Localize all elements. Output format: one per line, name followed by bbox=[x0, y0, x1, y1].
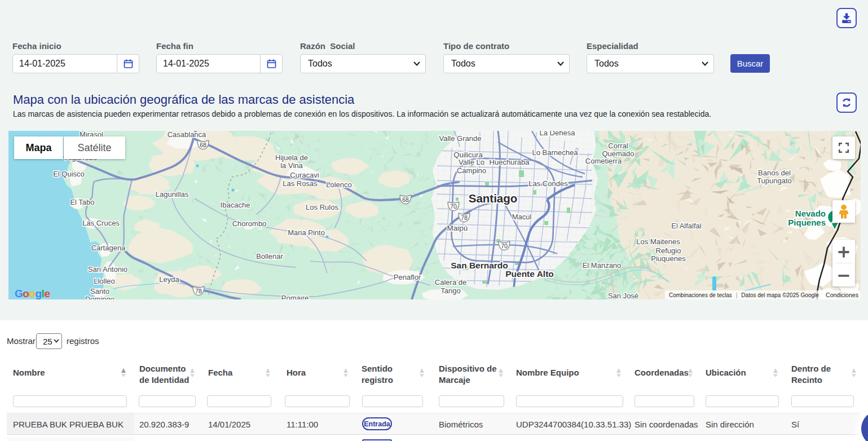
svg-text:Lagunillas: Lagunillas bbox=[156, 190, 189, 199]
svg-text:Bollenar: Bollenar bbox=[256, 252, 283, 261]
svg-text:70: 70 bbox=[501, 242, 508, 249]
svg-text:Lolenco: Lolenco bbox=[326, 180, 352, 189]
svg-text:68: 68 bbox=[402, 196, 409, 203]
svg-text:Casablanca: Casablanca bbox=[168, 131, 206, 139]
svg-text:Tupungato: Tupungato bbox=[757, 177, 792, 185]
svg-text:Nevado: Nevado bbox=[795, 209, 826, 218]
svg-text:Campino: Campino bbox=[457, 166, 486, 175]
svg-text:Santiago: Santiago bbox=[469, 192, 518, 205]
svg-text:Penaflor: Penaflor bbox=[394, 273, 421, 281]
svg-text:78: 78 bbox=[195, 288, 202, 294]
svg-text:San José: San José bbox=[608, 292, 638, 299]
svg-text:Macul: Macul bbox=[512, 213, 532, 221]
svg-text:Los Rulos: Los Rulos bbox=[306, 203, 338, 211]
svg-text:Las Cruces: Las Cruces bbox=[82, 219, 120, 227]
svg-text:Calera de: Calera de bbox=[435, 278, 466, 286]
svg-text:El Quisco: El Quisco bbox=[53, 170, 85, 178]
svg-text:la Vina: la Vina bbox=[280, 161, 303, 170]
svg-text:Cartagena: Cartagena bbox=[91, 244, 126, 252]
svg-text:Huechuraba: Huechuraba bbox=[490, 158, 530, 166]
svg-text:El Tabo: El Tabo bbox=[70, 198, 94, 206]
svg-text:Lo Barnechea: Lo Barnechea bbox=[532, 148, 579, 157]
svg-text:Piquenes: Piquenes bbox=[788, 218, 826, 227]
svg-text:Las Condes: Las Condes bbox=[528, 179, 568, 188]
svg-text:El Manzano: El Manzano bbox=[583, 261, 622, 270]
svg-text:El Alfalfal: El Alfalfal bbox=[671, 222, 702, 230]
svg-text:Maria Pinto: Maria Pinto bbox=[288, 228, 325, 237]
svg-text:Domingo: Domingo bbox=[85, 295, 114, 299]
svg-text:Pomaire: Pomaire bbox=[281, 294, 309, 299]
svg-text:Banos del: Banos del bbox=[758, 169, 791, 177]
svg-text:Puente Alto: Puente Alto bbox=[505, 269, 554, 279]
svg-text:Chorombo: Chorombo bbox=[232, 219, 267, 228]
svg-text:Curacavi: Curacavi bbox=[290, 171, 319, 179]
svg-text:68: 68 bbox=[200, 142, 206, 148]
svg-text:Los Maitenes: Los Maitenes bbox=[636, 237, 680, 246]
svg-text:Maipú: Maipú bbox=[447, 224, 468, 232]
svg-text:70: 70 bbox=[450, 203, 457, 210]
svg-text:Santo: Santo bbox=[90, 287, 109, 296]
svg-text:Llolleo: Llolleo bbox=[94, 277, 115, 285]
svg-text:Tango: Tango bbox=[440, 286, 460, 295]
svg-text:Las Rosas: Las Rosas bbox=[283, 179, 318, 188]
svg-text:Leyda: Leyda bbox=[159, 275, 179, 284]
svg-text:Corral: Corral bbox=[608, 142, 628, 150]
svg-text:Piuquenes: Piuquenes bbox=[651, 254, 686, 263]
svg-text:Valle Lo: Valle Lo bbox=[459, 158, 484, 166]
svg-text:La Dehesa: La Dehesa bbox=[540, 131, 576, 137]
svg-text:San Bernardo: San Bernardo bbox=[451, 261, 508, 270]
svg-text:San Antonio: San Antonio bbox=[88, 265, 127, 274]
svg-text:Cometierra: Cometierra bbox=[585, 157, 622, 165]
svg-text:Hijuela de: Hijuela de bbox=[275, 153, 308, 162]
svg-text:Valle Grande: Valle Grande bbox=[439, 134, 482, 143]
svg-text:78: 78 bbox=[461, 214, 468, 221]
svg-text:Ibacache: Ibacache bbox=[221, 201, 250, 209]
svg-text:Refugio: Refugio bbox=[656, 246, 681, 255]
